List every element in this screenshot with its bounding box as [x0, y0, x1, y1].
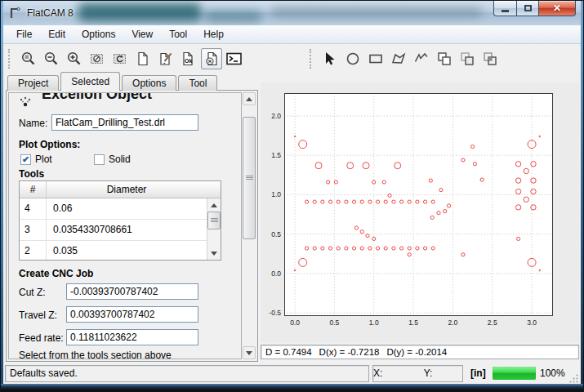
progress-bar	[493, 367, 536, 380]
clear-plot-icon[interactable]	[87, 48, 108, 69]
tool-diameter: 0.0354330708661	[47, 220, 221, 240]
table-scrollbar[interactable]	[207, 198, 221, 260]
window-border-bottom	[1, 384, 583, 391]
maximize-button[interactable]	[517, 1, 539, 16]
plot-figure: 0.00.51.01.52.02.53.0-0.50.00.51.01.52.0	[261, 82, 579, 342]
distance-y-value: D(y) = -0.2014	[386, 345, 447, 359]
tab-project[interactable]: Project	[7, 75, 59, 91]
solid-checkbox[interactable]: Solid	[94, 154, 131, 165]
table-row[interactable]: 4 0.06	[20, 198, 221, 220]
object-title: Excellon Object	[42, 93, 152, 103]
scroll-up-icon[interactable]	[243, 92, 256, 105]
intersect-icon[interactable]	[479, 48, 501, 69]
menu-edit[interactable]: Edit	[40, 26, 74, 42]
svg-text:1.0: 1.0	[369, 318, 379, 327]
svg-text:0.5: 0.5	[329, 318, 339, 327]
progress-percent: 100%	[540, 368, 565, 379]
column-header-diameter[interactable]: Diameter	[47, 181, 221, 198]
svg-text:0.5: 0.5	[271, 230, 281, 238]
maximize-icon	[524, 5, 532, 11]
pointer-icon[interactable]	[319, 48, 341, 69]
delete-object-icon[interactable]	[201, 48, 222, 69]
replot-icon[interactable]	[109, 48, 131, 69]
svg-text:1.5: 1.5	[408, 318, 418, 327]
window-controls: ✕	[493, 1, 576, 16]
svg-text:1.0: 1.0	[271, 190, 281, 198]
draw-rectangle-icon[interactable]	[365, 48, 386, 69]
shell-icon[interactable]	[224, 48, 245, 69]
new-file-icon[interactable]	[132, 48, 154, 69]
svg-text:2.0: 2.0	[448, 318, 457, 327]
measurement-readout: D = 0.7494 D(x) = -0.7218 D(y) = -0.2014	[261, 345, 579, 359]
table-scroll-thumb[interactable]	[207, 212, 221, 229]
zoom-out-icon[interactable]	[41, 48, 62, 69]
status-message: Defaults saved.	[5, 365, 369, 382]
name-input[interactable]	[51, 114, 198, 131]
draw-polyline-icon[interactable]	[411, 48, 432, 69]
toolbar-drag-handle[interactable]	[310, 49, 314, 69]
svg-text:1.5: 1.5	[271, 151, 281, 159]
flatcam-logo-icon	[8, 7, 21, 20]
object-header: Excellon Object	[9, 93, 241, 111]
window-border-left	[1, 1, 3, 391]
svg-text:3.0: 3.0	[527, 318, 537, 327]
svg-text:0.0: 0.0	[271, 270, 281, 278]
units-indicator: [in]	[470, 368, 486, 379]
plot-checkbox[interactable]: ✔ Plot	[20, 154, 52, 165]
coordinate-x: X: -0.6672	[373, 366, 416, 381]
feed-rate-label: Feed rate:	[19, 332, 64, 344]
travel-z-label: Travel Z:	[19, 310, 57, 321]
panel-scroll-thumb[interactable]	[243, 117, 256, 239]
name-label: Name:	[19, 118, 47, 129]
menu-help[interactable]: Help	[195, 26, 232, 42]
edit-file-icon[interactable]	[155, 48, 176, 69]
toolbar-drag-handle[interactable]	[8, 49, 13, 69]
draw-circle-icon[interactable]	[342, 48, 363, 69]
distance-x-value: D(x) = -0.7218	[319, 345, 380, 359]
tab-tool[interactable]: Tool	[178, 75, 217, 91]
glass-reflection	[78, 3, 201, 21]
column-header-num[interactable]: #	[20, 181, 47, 198]
menu-tool[interactable]: Tool	[161, 26, 195, 42]
object-panel: Excellon Object Name: Plot Options: ✔ Pl…	[8, 92, 242, 359]
travel-z-input[interactable]	[66, 306, 198, 323]
cut-z-input[interactable]	[66, 283, 198, 300]
tools-hint-text: Select from the tools section above	[19, 350, 172, 359]
scroll-down-icon[interactable]	[207, 247, 221, 260]
union-icon[interactable]	[434, 48, 455, 69]
cut-z-label: Cut Z:	[19, 287, 46, 298]
tool-number: 4	[20, 198, 47, 219]
glass-reflection	[205, 11, 262, 22]
tool-number: 3	[20, 220, 47, 240]
menu-file[interactable]: File	[8, 26, 40, 42]
plot-canvas[interactable]: 0.00.51.01.52.02.53.0-0.50.00.51.01.52.0	[261, 82, 579, 342]
table-row[interactable]: 3 0.0354330708661	[20, 220, 221, 241]
zoom-in-icon[interactable]	[64, 48, 85, 69]
feed-rate-input[interactable]	[66, 329, 198, 345]
tab-selected[interactable]: Selected	[60, 72, 120, 91]
zoom-fit-icon[interactable]	[18, 48, 39, 69]
close-button[interactable]: ✕	[539, 1, 576, 16]
subtract-icon[interactable]	[457, 48, 478, 69]
minimize-button[interactable]	[493, 1, 517, 16]
status-bar: Defaults saved. X: -0.6672 Y: 1.4359 [in…	[3, 362, 581, 385]
plot-options-label: Plot Options:	[19, 139, 80, 150]
svg-text:2.0: 2.0	[271, 112, 281, 120]
menu-bar: File Edit Options View Tool Help	[3, 25, 581, 44]
resize-grip-icon[interactable]	[568, 373, 579, 384]
menu-options[interactable]: Options	[74, 26, 123, 42]
tool-diameter: 0.06	[47, 198, 221, 219]
tool-diameter: 0.035	[47, 241, 221, 261]
tab-options[interactable]: Options	[122, 75, 176, 91]
window-border-right	[581, 1, 583, 391]
coordinate-y: Y: 1.4359	[424, 366, 462, 381]
menu-view[interactable]: View	[123, 26, 161, 42]
table-row[interactable]: 2 0.035	[20, 241, 221, 261]
panel-scrollbar[interactable]	[243, 92, 256, 359]
drill-icon	[19, 96, 32, 110]
draw-polygon-icon[interactable]	[388, 48, 409, 69]
checkbox-checked-icon: ✔	[20, 154, 31, 165]
ok-file-icon[interactable]: Ok	[178, 48, 199, 69]
scroll-up-icon[interactable]	[207, 198, 221, 212]
scroll-down-icon[interactable]	[243, 346, 256, 359]
